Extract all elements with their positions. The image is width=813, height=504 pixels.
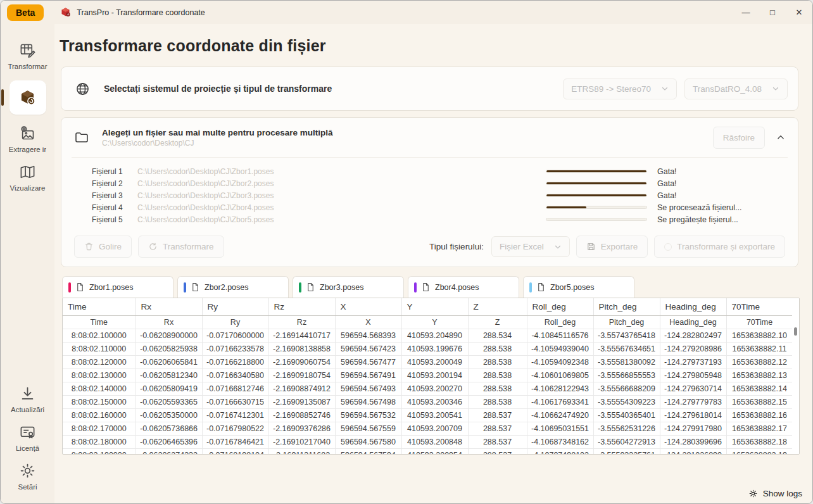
sidebar-item-transformare-fisier[interactable]	[5, 80, 51, 115]
table-cell: -0.06206465396	[136, 435, 202, 448]
table-cell: Ry	[202, 315, 268, 329]
window-title: TransPro - Transformare coordonate	[77, 8, 205, 17]
tab-zbor5-poses[interactable]: Zbor5.poses	[523, 276, 634, 298]
file-label: Fișierul 5	[92, 215, 137, 224]
progress-fill	[546, 182, 646, 184]
table-cell: -4.10695031551	[527, 422, 593, 435]
file-icon	[421, 282, 431, 292]
table-cell: -3.55581380092	[593, 355, 660, 369]
file-label: Fișierul 2	[92, 179, 137, 188]
tab-label: Zbor4.poses	[435, 283, 479, 292]
progress-bar	[546, 218, 647, 221]
sidebar-item-setari[interactable]: Setări	[5, 462, 51, 491]
titlebar: Beta TransPro - Transformare coordonate …	[1, 1, 812, 24]
save-icon	[586, 242, 596, 251]
sidebar-item-vizualizare[interactable]: Vizualizare	[5, 163, 51, 192]
transform-export-button[interactable]: Transformare și exportare	[654, 236, 785, 258]
download-icon	[19, 385, 36, 402]
scrollbar-thumb[interactable]	[794, 327, 797, 336]
table-cell: -4.10707498102	[527, 448, 593, 455]
table-cell: 8:08:02.110000	[63, 342, 136, 355]
file-icon	[75, 282, 85, 292]
system-dropdown[interactable]: ETRS89 -> Stereo70	[563, 79, 677, 99]
export-button[interactable]: Exportare	[576, 236, 648, 258]
table-cell: -2.16909135087	[268, 395, 335, 408]
browse-button[interactable]: Răsfoire	[713, 127, 765, 149]
table-cell: -3.55567634651	[593, 342, 660, 355]
table-cell: 1653638882.19	[726, 448, 793, 455]
file-status: Se procesează fișierul...	[657, 203, 784, 212]
file-row: Fișierul 3C:\Users\codor\Desktop\CJ\Zbor…	[92, 189, 784, 201]
maximize-button[interactable]: □	[759, 1, 786, 24]
table-cell: -4.10628122943	[527, 382, 593, 395]
files-card: Alegeți un fișier sau mai multe pentru p…	[61, 117, 798, 267]
table-cell: -0.07167980522	[202, 422, 268, 435]
table-cell: -2.16908138858	[268, 342, 335, 355]
sidebar-item-licenta[interactable]: Licență	[5, 424, 51, 452]
progress-fill	[546, 194, 646, 196]
scrollbar[interactable]	[792, 298, 799, 454]
table-cell: -2.16908852746	[268, 408, 335, 422]
table-row: TimeRxRyRzXYZRoll_degPitch_degHeading_de…	[63, 315, 793, 329]
table-cell: -4.10662474920	[527, 408, 593, 422]
column-header: Y	[401, 298, 468, 315]
sidebar-item-transformare[interactable]: Transformar	[5, 42, 51, 70]
table-cell: 1653638882.16	[726, 408, 793, 422]
progress-bar	[546, 206, 647, 209]
table-cell: -124.279737193	[660, 355, 726, 369]
show-logs-button[interactable]: Show logs	[748, 489, 802, 498]
table-cell: -124.282802497	[660, 329, 726, 342]
table-cell: -124.279805948	[660, 369, 726, 382]
file-type-label: Tipul fișierului:	[429, 242, 484, 251]
table-cell: -0.06206065841	[136, 355, 202, 369]
tab-zbor1-poses[interactable]: Zbor1.poses	[62, 276, 173, 298]
table-cell: 288.538	[468, 382, 527, 395]
sidebar-item-extragere-imagini[interactable]: Extragere ir	[5, 125, 51, 153]
table-cell: 288.537	[468, 408, 527, 422]
file-status: Gata!	[657, 167, 784, 176]
file-row: Fișierul 2C:\Users\codor\Desktop\CJ\Zbor…	[92, 177, 784, 189]
file-tabs: Zbor1.posesZbor2.posesZbor3.posesZbor4.p…	[62, 276, 812, 298]
column-header: 70Time	[726, 298, 793, 315]
table-cell: 8:08:02.140000	[63, 382, 136, 395]
table-cell: 596594.567498	[335, 395, 401, 408]
file-label: Fișierul 1	[92, 167, 137, 176]
transform-button[interactable]: Transformare	[138, 236, 224, 258]
file-type-dropdown[interactable]: Fișier Excel	[491, 236, 570, 257]
table-cell: 288.534	[468, 329, 527, 342]
table-cell: 8:08:02.100000	[63, 329, 136, 342]
table-cell: 1653638882.10	[726, 329, 793, 342]
table-cell: 410593.200848	[401, 435, 468, 448]
tab-zbor3-poses[interactable]: Zbor3.poses	[293, 276, 404, 298]
tab-label: Zbor5.poses	[550, 283, 594, 292]
table-cell: 1653638882.12	[726, 355, 793, 369]
method-dropdown[interactable]: TransDatRO_4.08	[684, 79, 788, 99]
file-icon	[536, 282, 546, 292]
clear-button[interactable]: Golire	[74, 236, 132, 258]
table-cell: -3.55540365401	[593, 408, 660, 422]
table-cell: -4.10687348162	[527, 435, 593, 448]
close-button[interactable]: ✕	[786, 1, 812, 24]
table-cell: -0.07166812746	[202, 382, 268, 395]
tab-color-bar	[414, 282, 417, 293]
tab-zbor2-poses[interactable]: Zbor2.poses	[177, 276, 289, 298]
sidebar-item-actualizari[interactable]: Actualizări	[5, 385, 51, 413]
tab-zbor4-poses[interactable]: Zbor4.poses	[408, 276, 519, 298]
table-cell: 410593.200049	[401, 355, 468, 369]
globe-icon	[75, 82, 90, 96]
collapse-button[interactable]	[776, 133, 785, 142]
sidebar: TransformarExtragere irVizualizare Actua…	[1, 24, 54, 503]
sidebar-item-label: Actualizări	[11, 406, 44, 413]
file-icon	[191, 282, 200, 292]
file-status: Gata!	[657, 191, 784, 200]
minimize-button[interactable]: —	[733, 1, 759, 24]
table-cell: -0.06205593365	[136, 395, 202, 408]
table-cell: 1653638882.14	[726, 382, 793, 395]
table-cell: -2.16909180754	[268, 369, 335, 382]
file-row: Fișierul 5C:\Users\codor\Desktop\CJ\Zbor…	[92, 213, 784, 225]
table-row: 8:08:02.150000-0.06205593365-0.071666307…	[63, 395, 793, 408]
progress-bar	[546, 194, 647, 197]
table-cell: 596594.567477	[335, 355, 401, 369]
file-label: Fișierul 3	[92, 191, 137, 200]
table-cell: -4.10594092348	[527, 355, 593, 369]
